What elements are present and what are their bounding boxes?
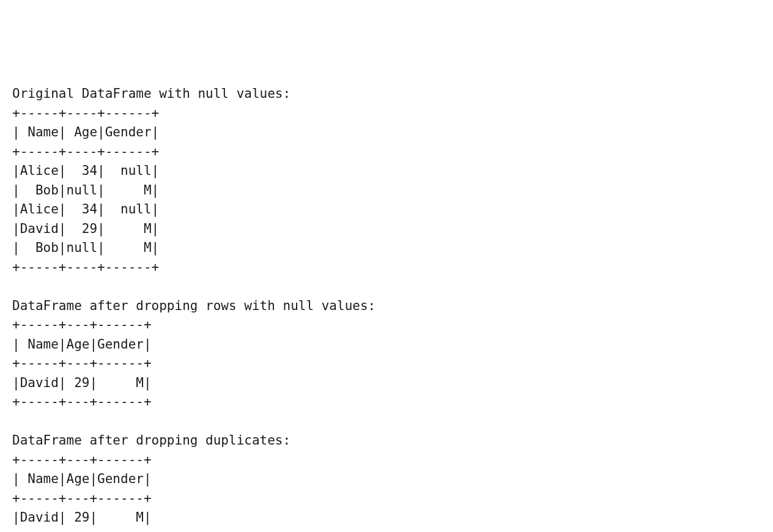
output-text: Original DataFrame with null values: +--… <box>12 86 375 532</box>
console-output: Original DataFrame with null values: +--… <box>12 84 761 532</box>
